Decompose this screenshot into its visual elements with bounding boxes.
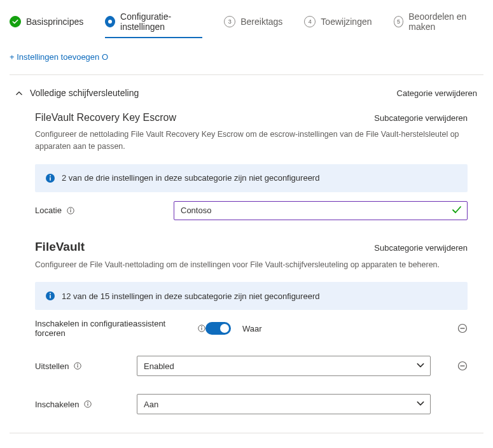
select-value: Enabled	[144, 361, 174, 371]
svg-rect-8	[50, 295, 51, 298]
info-icon[interactable]	[74, 362, 81, 370]
select-value: Aan	[144, 400, 158, 409]
info-icon[interactable]	[67, 207, 74, 214]
subcategory-header: FileVault Subcategorie verwijderen	[35, 232, 468, 256]
label-text: Locatie	[35, 206, 62, 215]
step-number-icon: 4	[304, 16, 316, 27]
info-message: 12 van de 15 instellingen in deze subcat…	[62, 291, 319, 301]
category-section: Volledige schijfversleuteling Categorie …	[0, 81, 493, 443]
remove-setting-icon[interactable]	[457, 361, 468, 371]
step-config-settings[interactable]: Configuratie-instellingen	[105, 11, 202, 38]
step-basics[interactable]: Basisprincipes	[10, 16, 83, 34]
step-number-icon: 3	[224, 16, 235, 27]
step-number-icon: 5	[394, 16, 404, 27]
label-text: Inschakelen	[35, 400, 79, 409]
category-title: Volledige schijfversleuteling	[30, 88, 139, 98]
info-icon[interactable]	[84, 400, 92, 408]
step-review-create[interactable]: 5 Beoordelen en maken	[394, 11, 483, 38]
field-label: Locatie	[35, 206, 174, 215]
field-force-enable: Inschakelen in configuratieassistent for…	[35, 310, 468, 347]
info-icon[interactable]	[198, 325, 205, 332]
svg-rect-21	[88, 403, 88, 406]
subcategory-filevault: FileVault Subcategorie verwijderen Confi…	[10, 232, 483, 427]
subcategory-description: Configureer de File Vault-nettolading om…	[35, 259, 468, 271]
toggle-knob	[220, 324, 229, 333]
chevron-down-icon	[416, 399, 425, 410]
field-enable: Inschakelen Aan	[35, 385, 468, 423]
step-label: Basisprincipes	[26, 17, 83, 27]
subcategory-header: FileVault Recovery Key Escrow Subcategor…	[35, 104, 468, 126]
svg-rect-5	[70, 210, 71, 213]
chevron-down-icon	[416, 361, 425, 372]
divider	[10, 74, 483, 75]
step-label: Configuratie-instellingen	[120, 11, 202, 32]
svg-rect-16	[78, 365, 78, 368]
svg-point-12	[201, 326, 202, 328]
step-scope-tags[interactable]: 3 Bereiktags	[224, 16, 282, 34]
remove-category-link[interactable]: Categorie verwijderen	[397, 88, 477, 98]
step-label: Beoordelen en maken	[408, 11, 483, 32]
remove-subcategory-link[interactable]: Subcategorie verwijderen	[374, 113, 468, 123]
add-settings-label: + Instellingen toevoegen O	[10, 52, 108, 62]
svg-point-3	[50, 175, 51, 176]
info-icon	[45, 291, 55, 301]
remove-subcategory-link[interactable]: Subcategorie verwijderen	[374, 243, 468, 253]
svg-point-22	[88, 402, 89, 403]
info-bar: 12 van de 15 instellingen in deze subcat…	[35, 282, 468, 310]
label-text: Uitstellen	[35, 361, 69, 371]
field-defer: Uitstellen Enabled	[35, 347, 468, 385]
info-bar: 2 van de drie instellingen in deze subca…	[35, 164, 468, 192]
dot-active-icon	[105, 16, 115, 27]
step-label: Toewijzingen	[321, 17, 371, 27]
category-header: Volledige schijfversleuteling Categorie …	[10, 81, 483, 104]
toggle-value-text: Waar	[242, 324, 262, 333]
add-settings-link[interactable]: + Instellingen toevoegen O	[0, 46, 493, 74]
subcategory-description: Configureer de nettolading File Vault Re…	[35, 129, 468, 153]
field-label: Uitstellen	[35, 361, 137, 371]
field-location: Locatie Contoso	[35, 192, 468, 229]
svg-point-6	[70, 208, 71, 209]
input-value: Contoso	[181, 206, 211, 215]
location-input[interactable]: Contoso	[174, 201, 468, 220]
subcategory-escrow: FileVault Recovery Key Escrow Subcategor…	[10, 104, 483, 232]
divider	[10, 433, 483, 433]
subcategory-title: FileVault	[35, 240, 85, 254]
svg-point-9	[50, 293, 51, 295]
remove-setting-icon[interactable]	[457, 323, 468, 333]
step-label: Bereiktags	[240, 17, 282, 27]
step-assignments[interactable]: 4 Toewijzingen	[304, 16, 371, 34]
enable-select[interactable]: Aan	[137, 394, 431, 414]
checkmark-icon	[452, 205, 462, 217]
label-text: Inschakelen in configuratieassistent for…	[35, 319, 193, 338]
field-label: Inschakelen	[35, 400, 137, 409]
svg-rect-2	[50, 177, 51, 180]
subcategory-title: FileVault Recovery Key Escrow	[35, 112, 176, 123]
chevron-up-icon[interactable]	[16, 90, 22, 96]
svg-rect-11	[201, 328, 202, 330]
field-label: Inschakelen in configuratieassistent for…	[35, 319, 205, 338]
svg-point-0	[108, 20, 112, 24]
check-icon	[10, 16, 21, 27]
defer-select[interactable]: Enabled	[137, 356, 431, 376]
wizard-stepper: Basisprincipes Configuratie-instellingen…	[0, 0, 493, 46]
info-message: 2 van de drie instellingen in deze subca…	[62, 173, 319, 183]
svg-point-17	[78, 364, 79, 365]
force-enable-toggle[interactable]	[205, 322, 231, 335]
info-icon	[45, 173, 55, 183]
